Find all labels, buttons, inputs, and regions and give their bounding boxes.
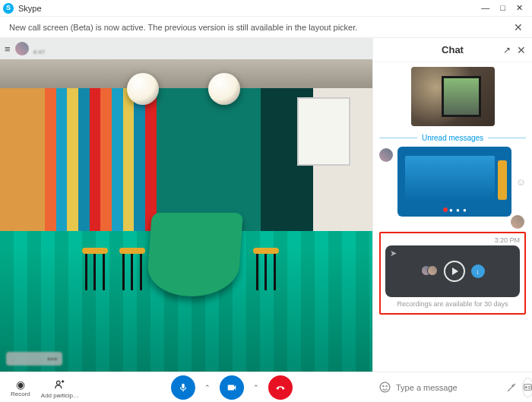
message-image[interactable] bbox=[411, 67, 495, 126]
add-participants-icon bbox=[54, 379, 65, 391]
bottom-bar: ◉ Record Add particip… ⌃ ⌃ bbox=[0, 372, 532, 402]
card-icon bbox=[523, 382, 532, 392]
record-button[interactable]: ◉ Record bbox=[11, 379, 30, 397]
play-button[interactable] bbox=[444, 261, 465, 282]
chat-title: Chat bbox=[442, 44, 464, 55]
window-titlebar: Skype — □ ✕ bbox=[0, 0, 532, 17]
mic-options-chevron-icon[interactable]: ⌃ bbox=[203, 384, 212, 391]
forward-icon[interactable]: ➤ bbox=[390, 248, 397, 258]
add-participants-label: Add particip… bbox=[41, 392, 79, 399]
call-duration: 4:47 bbox=[33, 49, 49, 55]
unread-divider: Unread messages bbox=[379, 134, 526, 142]
call-view: ≡ 4:47 ••• bbox=[0, 38, 372, 372]
call-header: ≡ 4:47 bbox=[0, 38, 372, 59]
sender-avatar[interactable] bbox=[379, 148, 393, 162]
svg-point-6 bbox=[525, 386, 527, 388]
unread-label: Unread messages bbox=[422, 134, 483, 142]
recording-message-highlight: 3:20 PM ➤ ↓ Recordings are available for… bbox=[379, 232, 526, 315]
download-icon: ↓ bbox=[476, 267, 480, 276]
participants-avatars bbox=[421, 265, 438, 277]
sparkle-icon bbox=[505, 381, 518, 394]
self-view-more-icon[interactable]: ••• bbox=[47, 355, 58, 363]
message-input[interactable] bbox=[396, 380, 501, 395]
svg-point-0 bbox=[57, 381, 61, 385]
info-banner: New call screen (Beta) is now active. Th… bbox=[0, 17, 532, 38]
expand-icon[interactable]: ↗ bbox=[503, 45, 511, 55]
recording-card[interactable]: ➤ ↓ bbox=[385, 245, 520, 297]
svg-point-2 bbox=[380, 382, 390, 392]
banner-close-button[interactable]: ✕ bbox=[514, 21, 523, 33]
chat-header: Chat ↗ ✕ bbox=[373, 38, 532, 62]
camera-icon bbox=[226, 382, 237, 393]
emoji-button[interactable] bbox=[378, 381, 391, 394]
camera-button[interactable] bbox=[220, 375, 244, 400]
expression-button[interactable] bbox=[505, 381, 518, 394]
skype-logo-icon bbox=[3, 3, 14, 14]
banner-message: New call screen (Beta) is now active. Th… bbox=[9, 23, 357, 32]
svg-point-4 bbox=[386, 386, 387, 387]
menu-icon[interactable]: ≡ bbox=[5, 43, 11, 55]
maximize-button[interactable]: □ bbox=[500, 3, 505, 13]
microphone-icon bbox=[178, 382, 188, 393]
record-icon: ◉ bbox=[16, 379, 25, 390]
window-close-button[interactable]: ✕ bbox=[516, 3, 523, 13]
chat-close-button[interactable]: ✕ bbox=[517, 44, 526, 56]
screenshare-thumbnail[interactable]: ● ● ● bbox=[397, 147, 511, 217]
hangup-icon bbox=[275, 382, 286, 393]
sender-avatar[interactable] bbox=[511, 215, 524, 229]
message-time: 3:20 PM bbox=[385, 236, 520, 244]
recording-note: Recordings are available for 30 days bbox=[385, 300, 520, 309]
remote-video bbox=[0, 59, 372, 372]
react-icon[interactable]: ☺ bbox=[516, 176, 526, 188]
minimize-button[interactable]: — bbox=[481, 3, 489, 13]
record-label: Record bbox=[11, 391, 30, 397]
contact-avatar[interactable] bbox=[15, 42, 29, 55]
window-title: Skype bbox=[18, 4, 42, 13]
play-icon bbox=[452, 267, 458, 275]
svg-point-3 bbox=[383, 386, 384, 387]
mute-button[interactable] bbox=[171, 375, 195, 400]
end-call-button[interactable] bbox=[268, 375, 293, 400]
add-participants-button[interactable]: Add particip… bbox=[41, 379, 79, 399]
camera-options-chevron-icon[interactable]: ⌃ bbox=[252, 384, 261, 391]
chat-panel: Chat ↗ ✕ Unread messages ● ● ● ☺ bbox=[372, 38, 532, 372]
emoji-icon bbox=[378, 381, 391, 394]
download-button[interactable]: ↓ bbox=[471, 264, 485, 278]
self-view[interactable]: ••• bbox=[6, 352, 62, 366]
attach-button[interactable] bbox=[522, 378, 532, 397]
